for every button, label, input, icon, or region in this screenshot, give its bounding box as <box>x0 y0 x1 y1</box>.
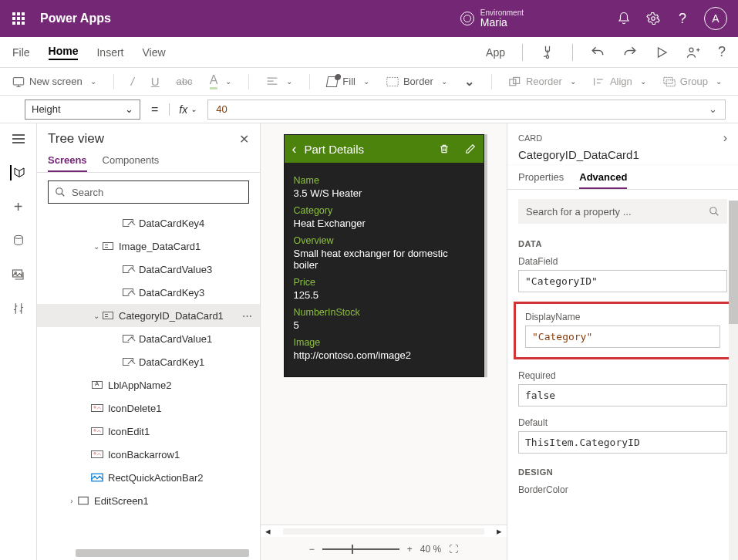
svg-rect-5 <box>510 79 516 85</box>
tree-view-icon[interactable] <box>10 165 25 180</box>
field-value: 5 <box>294 319 474 331</box>
field-input[interactable]: "Category" <box>525 326 720 348</box>
new-screen-button[interactable]: New screen <box>12 76 96 87</box>
field-input[interactable]: "CategoryID" <box>518 270 727 292</box>
tab-screens[interactable]: Screens <box>48 154 87 172</box>
tree-node[interactable]: DataCardKey1 <box>37 350 260 373</box>
reorder-button[interactable]: Reorder <box>509 76 576 87</box>
menu-insert[interactable]: Insert <box>96 46 123 59</box>
app-checker-icon[interactable] <box>540 45 555 60</box>
formula-input[interactable]: 40 ⌄ <box>207 100 726 120</box>
field-value: http://contoso.com/image2 <box>294 349 474 361</box>
avatar[interactable]: A <box>704 7 727 30</box>
settings-icon[interactable] <box>645 11 661 26</box>
screen-header: ‹ Part Details <box>285 135 484 163</box>
new-screen-label: New screen <box>29 76 83 87</box>
advanced-tools-icon[interactable] <box>11 301 26 316</box>
tree-node[interactable]: ⌄Image_DataCard1 <box>37 234 260 258</box>
strikethrough-button[interactable]: abc <box>177 76 193 87</box>
field-value: 125.5 <box>294 289 474 301</box>
align-text-button[interactable] <box>266 76 292 87</box>
field-value: 3.5 W/S Heater <box>294 187 474 199</box>
play-icon[interactable] <box>655 46 669 59</box>
tree-node[interactable]: DataCardKey3 <box>37 281 260 304</box>
delete-icon[interactable] <box>439 143 450 155</box>
notifications-icon[interactable] <box>616 11 632 26</box>
fill-button[interactable]: Fill <box>327 76 369 87</box>
field-bordercolor: BorderColor <box>507 481 738 506</box>
property-search[interactable]: Search for a property ... <box>518 199 727 224</box>
menu-view[interactable]: View <box>142 46 165 59</box>
equals-label: = <box>151 103 158 116</box>
underline-button[interactable]: U <box>151 75 160 88</box>
tree-search[interactable]: Search <box>48 180 249 204</box>
svg-point-15 <box>94 453 96 454</box>
chevron-down-icon: ⌄ <box>125 103 133 115</box>
menu-app[interactable]: App <box>486 46 505 59</box>
reorder-label: Reorder <box>526 76 562 87</box>
chevron-down-icon[interactable]: ⌄ <box>464 74 474 89</box>
phone-preview[interactable]: ‹ Part Details Name 3.5 W/S Heater Categ… <box>284 134 484 377</box>
fx-button[interactable]: fx⌄ <box>169 103 197 116</box>
zoom-out-icon[interactable]: − <box>309 544 315 555</box>
svg-point-18 <box>710 207 716 214</box>
field-label: Price <box>294 277 474 288</box>
environment-selector[interactable]: Environment Maria <box>460 8 524 29</box>
globe-icon <box>460 12 474 25</box>
redo-icon[interactable] <box>622 45 638 60</box>
property-search-placeholder: Search for a property ... <box>526 206 632 218</box>
tree-node[interactable]: IconBackarrow1 <box>37 443 260 466</box>
back-icon[interactable]: ‹ <box>292 141 297 157</box>
canvas-h-scrollbar[interactable]: ◂▸ <box>261 525 507 537</box>
fit-icon[interactable]: ⛶ <box>449 544 458 555</box>
insert-icon[interactable]: + <box>11 199 26 214</box>
media-icon[interactable] <box>11 267 26 282</box>
group-button[interactable]: Group <box>663 76 722 87</box>
tab-properties[interactable]: Properties <box>518 171 564 189</box>
border-label: Border <box>403 76 433 87</box>
help2-icon[interactable]: ? <box>718 44 726 60</box>
zoom-in-icon[interactable]: + <box>407 544 413 555</box>
svg-point-1 <box>546 56 548 58</box>
tree-node[interactable]: IconDelete1 <box>37 396 260 420</box>
font-color-button[interactable]: A <box>210 74 232 89</box>
tree-node[interactable]: DataCardKey4 <box>37 211 260 234</box>
property-selector[interactable]: Height ⌄ <box>25 100 140 120</box>
horizontal-scrollbar[interactable] <box>76 549 249 557</box>
field-input[interactable]: ThisItem.CategoryID <box>518 431 727 454</box>
tab-components[interactable]: Components <box>103 154 160 172</box>
tree-node-selected[interactable]: ⌄CategoryID_DataCard1⋯ <box>37 304 260 327</box>
zoom-control[interactable]: − + 40 % ⛶ <box>261 537 507 560</box>
edit-icon[interactable] <box>465 143 476 154</box>
tree-node[interactable]: RectQuickActionBar2 <box>37 466 260 489</box>
property-name: Height <box>32 103 61 115</box>
vertical-scrollbar[interactable] <box>729 201 738 560</box>
align-button[interactable]: Align <box>593 76 646 87</box>
hamburger-icon[interactable] <box>11 131 26 147</box>
environment-label: Environment <box>480 8 524 17</box>
close-icon[interactable]: ✕ <box>239 132 249 147</box>
tree-node[interactable]: ›EditScreen1 <box>37 489 260 512</box>
screen-title: Part Details <box>305 143 423 156</box>
tab-advanced[interactable]: Advanced <box>579 171 627 189</box>
selected-control-name: CategoryID_DataCard1 <box>518 148 727 161</box>
tree-node[interactable]: DataCardValue1 <box>37 327 260 350</box>
app-launcher-icon[interactable] <box>6 6 31 31</box>
zoom-slider[interactable] <box>322 548 399 550</box>
help-icon[interactable]: ? <box>675 11 690 26</box>
undo-icon[interactable] <box>590 45 605 60</box>
menu-home[interactable]: Home <box>49 45 79 60</box>
field-label: Default <box>518 417 727 428</box>
italic-button[interactable]: / <box>131 75 134 88</box>
tree-node[interactable]: LblAppName2 <box>37 373 260 396</box>
menu-file[interactable]: File <box>12 46 30 59</box>
more-icon[interactable]: ⋯ <box>242 310 254 322</box>
tree-node[interactable]: DataCardValue3 <box>37 258 260 281</box>
tree-node[interactable]: IconEdit1 <box>37 420 260 443</box>
chevron-right-icon[interactable]: › <box>723 131 727 145</box>
share-icon[interactable] <box>686 45 701 60</box>
border-button[interactable]: Border <box>386 76 447 87</box>
data-icon[interactable] <box>11 233 26 248</box>
fill-label: Fill <box>342 76 356 87</box>
field-input[interactable]: false <box>518 384 727 407</box>
